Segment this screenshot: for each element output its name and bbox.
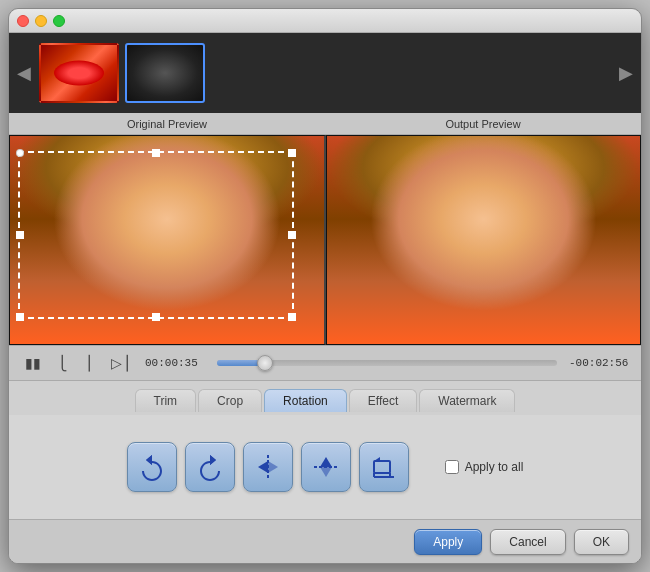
rotation-controls-area: Apply to all (9, 415, 641, 519)
maximize-button[interactable] (53, 15, 65, 27)
flip-horizontal-button[interactable] (243, 442, 293, 492)
cancel-button[interactable]: Cancel (490, 529, 565, 555)
strip-left-arrow[interactable]: ◀ (17, 62, 31, 84)
output-video-frame (327, 136, 641, 344)
original-video-frame (10, 136, 324, 344)
rotation-buttons-row: Apply to all (127, 442, 524, 492)
ok-button[interactable]: OK (574, 529, 629, 555)
apply-to-all-label: Apply to all (465, 460, 524, 474)
svg-marker-1 (210, 455, 216, 465)
apply-to-all-row: Apply to all (445, 460, 524, 474)
apply-to-all-checkbox[interactable] (445, 460, 459, 474)
original-preview-panel (9, 135, 326, 345)
svg-marker-0 (146, 455, 152, 465)
output-preview-panel (326, 135, 642, 345)
custom-rotate-icon (370, 453, 398, 481)
traffic-lights (17, 15, 65, 27)
svg-marker-4 (268, 461, 278, 473)
flip-horizontal-icon (254, 453, 282, 481)
apply-button[interactable]: Apply (414, 529, 482, 555)
preview-labels: Original Preview Output Preview (9, 113, 641, 135)
strip-right-arrow[interactable]: ▶ (619, 62, 633, 84)
output-video-content (327, 136, 641, 344)
thumbnail-strip: ◀ ▶ (9, 33, 641, 113)
tab-rotation[interactable]: Rotation (264, 389, 347, 412)
rotate-right-button[interactable] (185, 442, 235, 492)
thumbnail-1-image (127, 45, 203, 101)
playback-controls: ▮▮ ⎩ ⎪ ▷⎪ 00:00:35 -00:02:56 (9, 345, 641, 381)
original-preview-label: Original Preview (9, 118, 325, 130)
rotate-left-button[interactable] (127, 442, 177, 492)
pause-button[interactable]: ▮▮ (21, 353, 45, 373)
thumbnail-0[interactable] (39, 43, 119, 103)
tab-trim[interactable]: Trim (135, 389, 197, 412)
tabs-area: Trim Crop Rotation Effect Watermark (9, 381, 641, 415)
output-preview-label: Output Preview (325, 118, 641, 130)
remaining-time-display: -00:02:56 (569, 357, 629, 369)
minimize-button[interactable] (35, 15, 47, 27)
play-to-mark-button[interactable]: ▷⎪ (107, 353, 137, 373)
tab-crop[interactable]: Crop (198, 389, 262, 412)
title-bar (9, 9, 641, 33)
custom-rotate-button[interactable] (359, 442, 409, 492)
bottom-bar: Apply Cancel OK (9, 519, 641, 563)
svg-marker-3 (258, 461, 268, 473)
current-time-display: 00:00:35 (145, 357, 205, 369)
tab-watermark[interactable]: Watermark (419, 389, 515, 412)
tab-effect[interactable]: Effect (349, 389, 417, 412)
mark-out-button[interactable]: ⎪ (80, 353, 99, 373)
svg-marker-6 (320, 457, 332, 467)
svg-marker-7 (320, 467, 332, 477)
main-window: ◀ ▶ Original Preview Output Preview (8, 8, 642, 564)
thumbnail-1[interactable] (125, 43, 205, 103)
progress-bar[interactable] (217, 360, 557, 366)
flip-vertical-button[interactable] (301, 442, 351, 492)
mark-in-button[interactable]: ⎩ (53, 353, 72, 373)
progress-thumb[interactable] (257, 355, 273, 371)
svg-rect-8 (374, 461, 390, 473)
flip-vertical-icon (312, 453, 340, 481)
original-video-content (10, 136, 324, 344)
thumbnail-0-image (41, 45, 117, 101)
preview-area (9, 135, 641, 345)
close-button[interactable] (17, 15, 29, 27)
rotate-left-icon (138, 453, 166, 481)
rotate-right-icon (196, 453, 224, 481)
